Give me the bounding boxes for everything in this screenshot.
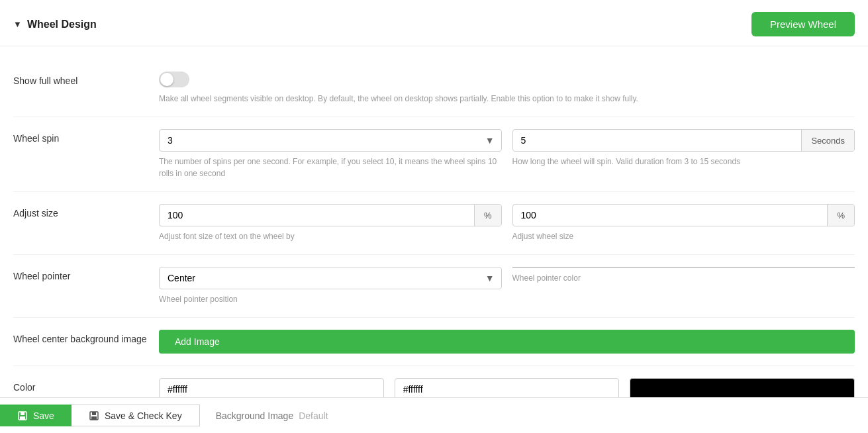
toggle-wrap: Make all wheel segments visible on deskt… — [159, 72, 855, 105]
wheel-pointer-row: Wheel pointer Center Left Right ▼ Wheel … — [13, 255, 855, 318]
background-image-label: Background Image — [216, 410, 294, 421]
duration-field-group: Seconds How long the wheel will spin. Va… — [512, 129, 855, 168]
wheel-spin-label: Wheel spin — [13, 129, 159, 144]
save-check-label: Save & Check Key — [105, 410, 182, 421]
duration-input-wrap: Seconds — [512, 129, 855, 152]
save-check-icon — [89, 410, 99, 421]
bottom-bar: Save Save & Check Key Background Image D… — [0, 397, 868, 433]
preview-wheel-button[interactable]: Preview Wheel — [751, 12, 855, 36]
pointer-color-field-group: Wheel pointer color — [512, 267, 855, 284]
font-size-hint: Adjust font size of text on the wheel by — [159, 230, 502, 242]
show-full-wheel-content: Make all wheel segments visible on deskt… — [159, 72, 855, 105]
save-button[interactable]: Save — [0, 405, 72, 426]
adjust-size-content: % Adjust font size of text on the wheel … — [159, 204, 855, 242]
font-size-input-wrap: % — [159, 204, 502, 226]
pointer-color-swatch[interactable] — [512, 267, 855, 268]
spins-field-group: 3 5 10 ▼ The number of spins per one sec… — [159, 129, 502, 179]
spins-select-arrow: ▼ — [479, 130, 501, 151]
pointer-position-select-wrap: Center Left Right ▼ — [159, 267, 502, 289]
show-full-wheel-row: Show full wheel Make all wheel segments … — [13, 60, 855, 117]
adjust-size-inner: % Adjust font size of text on the wheel … — [159, 204, 855, 242]
adjust-size-row: Adjust size % Adjust font size of text o… — [13, 192, 855, 255]
font-size-input[interactable] — [160, 205, 474, 226]
wheel-spin-content: 3 5 10 ▼ The number of spins per one sec… — [159, 129, 855, 179]
svg-rect-1 — [21, 412, 24, 415]
pointer-color-hint: Wheel pointer color — [512, 272, 855, 284]
wheel-size-suffix: % — [827, 205, 854, 226]
toggle-knob — [160, 73, 173, 86]
duration-input[interactable] — [513, 130, 802, 151]
show-full-wheel-label: Show full wheel — [13, 72, 159, 86]
font-size-field-group: % Adjust font size of text on the wheel … — [159, 204, 502, 242]
wheel-size-field-group: % Adjust wheel size — [512, 204, 855, 242]
header-left: ▼ Wheel Design — [13, 19, 97, 30]
save-icon — [17, 410, 28, 421]
pointer-position-field-group: Center Left Right ▼ Wheel pointer positi… — [159, 267, 502, 305]
wheel-size-hint: Adjust wheel size — [512, 230, 855, 242]
content-area: Show full wheel Make all wheel segments … — [0, 46, 868, 428]
save-label: Save — [33, 410, 54, 421]
wheel-center-bg-label: Wheel center background image — [13, 330, 159, 344]
wheel-center-bg-row: Wheel center background image Add Image — [13, 318, 855, 366]
wheel-center-bg-content: Add Image — [159, 330, 855, 354]
wheel-size-input[interactable] — [513, 205, 828, 226]
spins-select[interactable]: 3 5 10 — [160, 130, 479, 151]
wheel-pointer-label: Wheel pointer — [13, 267, 159, 281]
collapse-icon[interactable]: ▼ — [13, 19, 22, 29]
font-size-suffix: % — [474, 205, 501, 226]
section-title: Wheel Design — [27, 19, 97, 30]
duration-hint: How long the wheel will spin. Valid dura… — [512, 156, 855, 168]
wheel-size-input-wrap: % — [512, 204, 855, 226]
duration-suffix: Seconds — [801, 130, 854, 151]
adjust-size-label: Adjust size — [13, 204, 159, 218]
show-full-wheel-hint: Make all wheel segments visible on deskt… — [159, 93, 702, 105]
add-image-button[interactable]: Add Image — [159, 330, 855, 354]
pointer-position-arrow: ▼ — [479, 267, 501, 289]
svg-rect-4 — [92, 412, 96, 415]
svg-rect-5 — [91, 416, 97, 420]
pointer-position-select[interactable]: Center Left Right — [160, 267, 479, 289]
page-wrapper: ▼ Wheel Design Preview Wheel Show full w… — [0, 0, 868, 433]
spins-hint: The number of spins per one second. For … — [159, 156, 502, 179]
pointer-position-hint: Wheel pointer position — [159, 293, 502, 305]
header-bar: ▼ Wheel Design Preview Wheel — [0, 0, 868, 46]
background-image-value: Default — [299, 410, 328, 421]
spins-select-wrap: 3 5 10 ▼ — [159, 129, 502, 152]
svg-rect-2 — [20, 416, 25, 420]
show-full-wheel-toggle[interactable] — [159, 72, 189, 87]
wheel-spin-inner: 3 5 10 ▼ The number of spins per one sec… — [159, 129, 855, 179]
save-check-key-button[interactable]: Save & Check Key — [72, 405, 200, 426]
wheel-pointer-inner: Center Left Right ▼ Wheel pointer positi… — [159, 267, 855, 305]
wheel-spin-row: Wheel spin 3 5 10 ▼ The number of spins … — [13, 117, 855, 192]
wheel-pointer-content: Center Left Right ▼ Wheel pointer positi… — [159, 267, 855, 305]
color-label: Color — [13, 378, 159, 393]
